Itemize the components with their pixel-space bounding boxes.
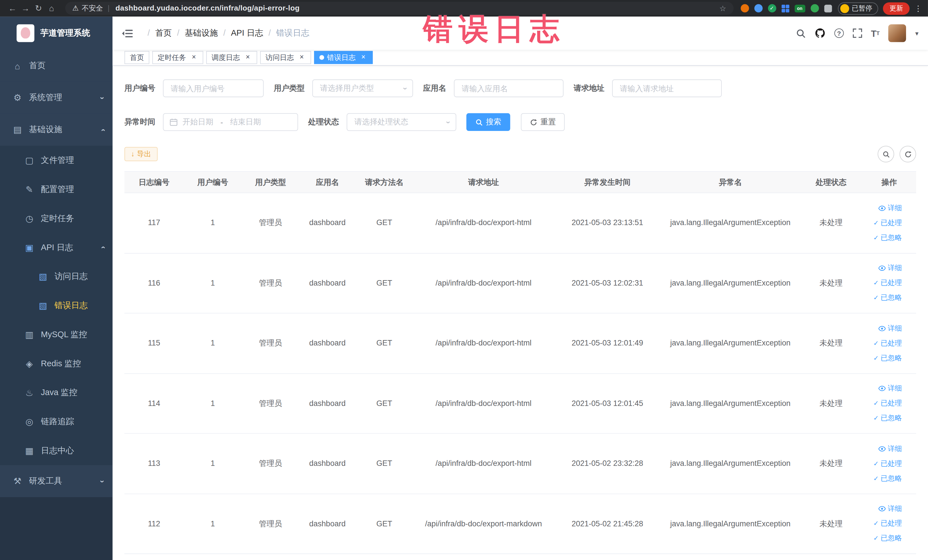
eye-icon <box>878 264 886 272</box>
toggle-search-button[interactable] <box>878 146 894 162</box>
mark-ignored-link[interactable]: ✓ 已忽略 <box>873 233 902 243</box>
close-icon[interactable]: × <box>359 53 368 62</box>
extension-icon[interactable]: ✓ <box>768 4 776 12</box>
back-icon[interactable]: ← <box>6 3 19 13</box>
view-tab[interactable]: 错误日志 × <box>314 51 373 64</box>
process-status-select[interactable]: 请选择处理状态 › <box>346 113 456 131</box>
sidebar-item-label: 研发工具 <box>29 476 62 487</box>
mark-processed-link[interactable]: ✓ 已处理 <box>873 218 902 228</box>
user-type-select[interactable]: 请选择用户类型 › <box>312 79 413 97</box>
sidebar-item[interactable]: 定时任务 › <box>0 204 113 233</box>
mark-ignored-link[interactable]: ✓ 已忽略 <box>873 293 902 303</box>
search-icon[interactable] <box>796 28 806 38</box>
cell-exception-name: java.lang.IllegalArgumentException <box>661 398 800 409</box>
search-icon <box>882 150 890 158</box>
mark-processed-link[interactable]: ✓ 已处理 <box>873 278 902 288</box>
cell-status: 未处理 <box>800 278 862 288</box>
extension-grid-icon[interactable] <box>781 5 789 12</box>
sidebar-item-label: 错误日志 <box>55 300 88 311</box>
breadcrumb-item[interactable]: 错误日志 <box>263 28 310 38</box>
reload-icon[interactable]: ↻ <box>32 3 45 13</box>
browser-menu-icon[interactable]: ⋮ <box>914 4 922 13</box>
mark-processed-link[interactable]: ✓ 已处理 <box>873 519 902 529</box>
view-tab[interactable]: 定时任务 × <box>152 51 203 64</box>
sidebar-item[interactable]: 链路追踪 › <box>0 407 113 436</box>
mark-processed-link[interactable]: ✓ 已处理 <box>873 398 902 408</box>
cell-actions: 详细 ✓ 已处理 ✓ 已忽略 <box>862 263 916 303</box>
detail-link[interactable]: 详细 <box>878 444 902 453</box>
search-button[interactable]: 搜索 <box>466 113 510 131</box>
logo-title: 芋道管理系统 <box>40 28 90 38</box>
close-icon[interactable]: × <box>244 53 252 62</box>
sidebar-item[interactable]: 配置管理 › <box>0 175 113 204</box>
browser-home-icon[interactable]: ⌂ <box>45 3 58 13</box>
cell-method: GET <box>356 218 413 228</box>
sidebar-item[interactable]: Redis 监控 › <box>0 349 113 378</box>
filter-row-2: 异常时间 开始日期 - 结束日期 处理状态 请选择处理状态 › <box>124 113 916 131</box>
mark-ignored-link[interactable]: ✓ 已忽略 <box>873 413 902 423</box>
view-tab[interactable]: 访问日志 × <box>260 51 311 64</box>
sidebar-item[interactable]: 系统管理 › <box>0 82 113 114</box>
logo[interactable]: 芋道管理系统 <box>0 17 113 50</box>
sidebar-toggle-icon[interactable] <box>122 29 133 38</box>
user-id-input[interactable] <box>163 79 264 97</box>
sidebar-item[interactable]: 研发工具 › <box>0 465 113 497</box>
font-size-icon[interactable]: TT <box>871 28 879 38</box>
extension-icon[interactable] <box>754 4 762 12</box>
detail-link[interactable]: 详细 <box>878 203 902 213</box>
eye-icon <box>878 445 886 452</box>
mark-ignored-link[interactable]: ✓ 已忽略 <box>873 473 902 483</box>
cell-user-type: 管理员 <box>242 218 299 228</box>
refresh-button[interactable] <box>899 146 916 162</box>
sidebar-item[interactable]: 访问日志 › <box>0 262 113 291</box>
breadcrumb-item[interactable]: API 日志 <box>218 28 263 38</box>
detail-link[interactable]: 详细 <box>878 263 902 273</box>
breadcrumb-item[interactable]: 首页 <box>142 28 172 38</box>
mark-ignored-link[interactable]: ✓ 已忽略 <box>873 534 902 543</box>
mark-processed-link[interactable]: ✓ 已处理 <box>873 458 902 468</box>
detail-link[interactable]: 详细 <box>878 383 902 394</box>
sidebar-item[interactable]: 基础设施 › <box>0 114 113 146</box>
close-icon[interactable]: × <box>190 53 198 62</box>
sidebar-item[interactable]: Java 监控 › <box>0 378 113 407</box>
fullscreen-icon[interactable] <box>853 29 862 38</box>
bookmark-star-icon[interactable]: ☆ <box>719 4 726 13</box>
mark-processed-link[interactable]: ✓ 已处理 <box>873 338 902 348</box>
check-icon: ✓ <box>873 459 879 467</box>
extension-badge[interactable]: on <box>794 5 805 12</box>
sidebar-item[interactable]: API 日志 › <box>0 233 113 262</box>
sidebar-item[interactable]: 日志中心 › <box>0 436 113 465</box>
sidebar-item[interactable]: 错误日志 › <box>0 291 113 320</box>
view-tab[interactable]: 首页 × <box>124 51 149 64</box>
date-start-placeholder: 开始日期 <box>183 117 214 127</box>
extensions-puzzle-icon[interactable] <box>824 5 832 12</box>
sidebar-item[interactable]: 文件管理 › <box>0 146 113 175</box>
mark-ignored-link[interactable]: ✓ 已忽略 <box>873 353 902 363</box>
view-tab[interactable]: 调度日志 × <box>206 51 257 64</box>
browser-update-button[interactable]: 更新 <box>883 2 910 15</box>
extension-icon[interactable] <box>740 4 749 12</box>
sidebar-item[interactable]: 首页 › <box>0 50 113 82</box>
reset-button[interactable]: 重置 <box>521 113 565 131</box>
user-avatar[interactable] <box>888 24 906 42</box>
app-name-input[interactable] <box>454 79 563 97</box>
close-icon[interactable]: × <box>298 53 306 62</box>
sidebar-item-label: Redis 监控 <box>41 358 81 369</box>
request-url-input[interactable] <box>612 79 722 97</box>
cell-exception-time: 2021-05-03 12:01:45 <box>554 398 661 409</box>
exception-time-label: 异常时间 <box>124 117 155 127</box>
sidebar-item[interactable]: MySQL 监控 › <box>0 320 113 349</box>
address-bar[interactable]: ⚠ 不安全 | dashboard.yudao.iocoder.cn/infra… <box>65 2 733 15</box>
user-menu-caret-icon[interactable]: ▾ <box>915 29 918 37</box>
help-icon[interactable]: ? <box>834 29 844 38</box>
export-button[interactable]: ↓ 导出 <box>124 147 157 161</box>
extension-icon[interactable] <box>810 4 819 12</box>
forward-icon[interactable]: → <box>19 3 32 13</box>
breadcrumb-item[interactable]: 基础设施 <box>172 28 218 38</box>
detail-link[interactable]: 详细 <box>878 323 902 334</box>
detail-link[interactable]: 详细 <box>878 504 902 514</box>
eye-icon <box>878 204 886 212</box>
profile-chip[interactable]: 已暂停 <box>838 2 878 15</box>
exception-time-range-picker[interactable]: 开始日期 - 结束日期 <box>163 113 298 131</box>
github-icon[interactable] <box>815 28 825 38</box>
